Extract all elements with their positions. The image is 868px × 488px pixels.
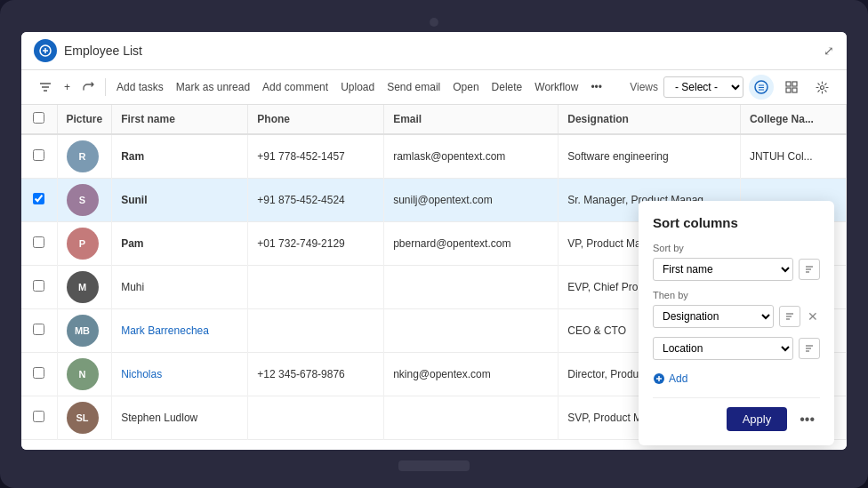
firstname-cell-2: Pam — [112, 222, 248, 266]
send-email-button[interactable]: Send email — [382, 77, 446, 97]
avatar-cell-2: P — [57, 222, 112, 266]
expand-icon[interactable]: ⤢ — [824, 44, 834, 58]
avatar: MB — [67, 315, 99, 347]
screen: Employee List ⤢ + Add tasks Mark as un — [21, 32, 847, 450]
title-bar: Employee List ⤢ — [21, 32, 847, 70]
apply-button[interactable]: Apply — [727, 407, 788, 431]
row-checkbox-cell-4 — [21, 309, 57, 353]
row-checkbox-0[interactable] — [33, 149, 44, 161]
email-cell-2: pbernard@opentext.com — [384, 222, 559, 266]
then-by-order-btn-2[interactable] — [799, 338, 820, 359]
picture-header: Picture — [57, 105, 112, 134]
email-header: Email — [384, 105, 559, 134]
college-cell-0: JNTUH Col... — [740, 134, 846, 179]
toolbar-views: Views - Select - — [630, 75, 834, 100]
table-container: Picture First name Phone Email Designati — [21, 105, 847, 450]
row-checkbox-6[interactable] — [33, 411, 44, 422]
row-checkbox-cell-3 — [21, 266, 57, 309]
firstname-cell-0: Ram — [112, 134, 248, 179]
delete-button[interactable]: Delete — [486, 77, 528, 97]
sort-panel-footer: Apply ••• — [653, 397, 820, 431]
svg-point-14 — [820, 85, 824, 89]
phone-header: Phone — [248, 105, 384, 134]
email-cell-6 — [384, 396, 559, 440]
table-header: Picture First name Phone Email Designati — [21, 105, 847, 134]
then-by-label: Then by — [653, 290, 820, 300]
grid-view-button[interactable] — [779, 75, 804, 100]
svg-rect-11 — [792, 82, 797, 86]
row-checkbox-2[interactable] — [33, 236, 44, 248]
avatar-cell-4: MB — [57, 309, 112, 353]
row-checkbox-1[interactable] — [33, 193, 44, 204]
workflow-button[interactable]: Workflow — [529, 77, 583, 97]
avatar-cell-0: R — [57, 134, 112, 179]
firstname-cell-1: Sunil — [112, 179, 248, 222]
views-label: Views — [630, 81, 658, 93]
select-all-header[interactable] — [21, 105, 57, 134]
row-checkbox-3[interactable] — [33, 280, 44, 292]
email-cell-5: nking@opentex.com — [384, 353, 559, 396]
sort-more-button[interactable]: ••• — [794, 409, 820, 430]
avatar: R — [67, 140, 99, 172]
upload-button[interactable]: Upload — [335, 77, 380, 97]
list-view-button[interactable] — [749, 75, 774, 100]
phone-cell-6 — [248, 396, 384, 440]
avatar: SL — [67, 402, 99, 434]
row-checkbox-4[interactable] — [33, 324, 44, 335]
row-checkbox-cell-0 — [21, 134, 57, 179]
email-cell-4 — [384, 309, 559, 353]
row-checkbox-cell-2 — [21, 222, 57, 266]
laptop-top — [21, 16, 847, 28]
sort-by-select[interactable]: First name Last name Phone Email Designa… — [653, 258, 793, 281]
row-checkbox-cell-6 — [21, 396, 57, 440]
filter-button[interactable] — [34, 78, 57, 96]
svg-rect-13 — [792, 88, 797, 92]
settings-button[interactable] — [809, 75, 834, 100]
laptop-bottom — [21, 453, 847, 471]
add-comment-button[interactable]: Add comment — [257, 77, 334, 97]
row-checkbox-5[interactable] — [33, 367, 44, 379]
sort-by-order-btn[interactable] — [799, 259, 820, 280]
svg-rect-10 — [786, 82, 791, 86]
open-button[interactable]: Open — [447, 77, 484, 97]
avatar-cell-1: S — [57, 179, 112, 222]
then-by-select-2[interactable]: Location First name Last name Phone Emai… — [653, 337, 793, 360]
toolbar-separator — [105, 78, 106, 96]
table-row: RRam+91 778-452-1457ramlask@opentext.com… — [21, 134, 847, 179]
email-cell-3 — [384, 266, 559, 309]
add-tasks-button[interactable]: Add tasks — [111, 77, 169, 97]
avatar-cell-5: N — [57, 353, 112, 396]
row-checkbox-cell-1 — [21, 179, 57, 222]
then-by-row-2: Location First name Last name Phone Emai… — [653, 337, 820, 360]
add-sort-label: Add — [669, 372, 687, 385]
then-by-close-btn-1[interactable]: ✕ — [806, 308, 820, 325]
title-bar-left: Employee List — [34, 39, 142, 62]
views-select[interactable]: - Select - — [663, 76, 743, 98]
avatar: S — [67, 184, 99, 216]
designation-header: Designation — [559, 105, 741, 134]
page-title: Employee List — [64, 44, 142, 58]
then-by-order-btn-1[interactable] — [779, 306, 800, 327]
add-button[interactable]: + — [59, 77, 76, 97]
row-checkbox-cell-5 — [21, 353, 57, 396]
toolbar: + Add tasks Mark as unread Add comment U… — [21, 70, 847, 105]
firstname-cell-6: Stephen Ludlow — [112, 396, 248, 440]
share-button[interactable] — [77, 78, 100, 97]
select-all-checkbox[interactable] — [33, 112, 44, 124]
avatar: P — [67, 228, 99, 260]
then-by-row-1: Designation First name Last name Phone E… — [653, 305, 820, 328]
sort-by-label: Sort by — [653, 243, 820, 253]
email-cell-0: ramlask@opentext.com — [384, 134, 559, 179]
avatar-cell-6: SL — [57, 396, 112, 440]
mark-unread-button[interactable]: Mark as unread — [171, 77, 255, 97]
designation-cell-0: Software engineering — [559, 134, 741, 179]
phone-cell-5: +12 345-678-9876 — [248, 353, 384, 396]
more-options-button[interactable]: ••• — [585, 77, 607, 97]
firstname-header: First name — [112, 105, 248, 134]
trackpad — [398, 460, 470, 471]
then-by-select-1[interactable]: Designation First name Last name Phone E… — [653, 305, 774, 328]
sort-panel-title: Sort columns — [653, 215, 820, 230]
avatar: N — [67, 358, 99, 390]
firstname-cell-3: Muhi — [112, 266, 248, 309]
add-sort-button[interactable]: Add — [653, 369, 687, 388]
